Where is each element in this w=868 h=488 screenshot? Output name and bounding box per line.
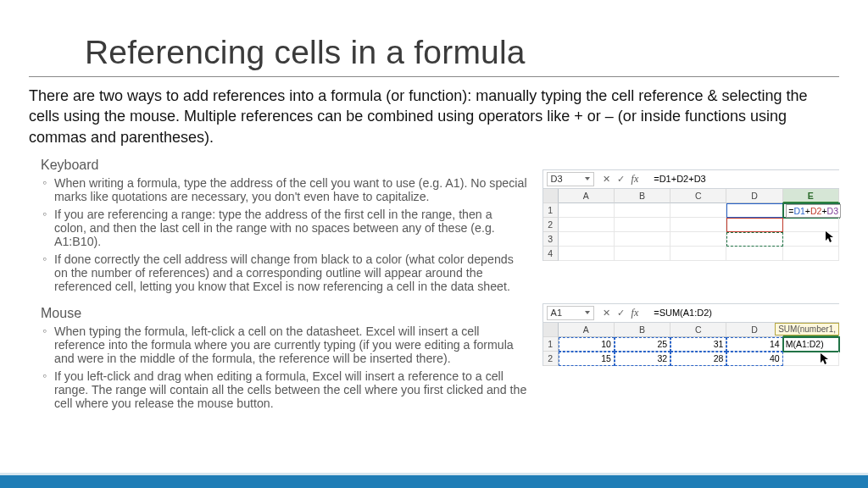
cancel-icon[interactable]: ✕ (603, 308, 610, 319)
slide-title: Referencing cells in a formula (29, 34, 839, 71)
name-box[interactable]: A1 (547, 306, 594, 320)
keyboard-bullets: When writing a formula, type the address… (41, 176, 527, 294)
formula-ref: D2 (810, 206, 821, 216)
list-item: When typing the formula, left-click a ce… (41, 324, 527, 366)
fx-icon[interactable]: fx (632, 173, 644, 186)
excel-screenshot-mouse: A1 ✕ ✓ fx =SUM(A1:D2) 1 2 (542, 303, 839, 366)
mouse-heading: Mouse (41, 306, 527, 321)
enter-icon[interactable]: ✓ (617, 308, 625, 319)
function-tooltip: SUM(number1, (775, 323, 839, 336)
left-column: Keyboard When writing a formula, type th… (29, 156, 534, 411)
cell[interactable] (670, 203, 726, 218)
keyboard-heading: Keyboard (41, 158, 527, 173)
mouse-block: Mouse When typing the formula, left-clic… (41, 306, 527, 411)
formula-bar-icons: ✕ ✓ fx (598, 173, 649, 186)
cell[interactable] (615, 203, 670, 218)
cursor-icon (826, 231, 836, 243)
excel-screenshot-keyboard: D3 ✕ ✓ fx =D1+D2+D3 1 2 3 (542, 169, 839, 261)
cell[interactable] (670, 218, 726, 232)
svg-marker-0 (826, 231, 833, 242)
cell[interactable] (670, 247, 726, 261)
chevron-down-icon (585, 177, 590, 180)
cell[interactable] (783, 218, 839, 232)
grid: 1 2 3 4 A B C D E (543, 189, 839, 261)
cell[interactable] (559, 218, 615, 232)
formula-bar-icons: ✕ ✓ fx (598, 307, 649, 319)
row-header[interactable]: 4 (543, 247, 559, 261)
column-header[interactable]: D (726, 189, 782, 203)
column-header[interactable]: A (559, 189, 615, 203)
cell[interactable] (615, 247, 670, 261)
cell[interactable] (559, 247, 615, 261)
svg-marker-1 (821, 353, 828, 364)
mouse-bullets: When typing the formula, left-click a ce… (41, 324, 527, 411)
row-header[interactable]: 3 (543, 232, 559, 247)
cell[interactable] (783, 247, 839, 261)
name-box-value: A1 (551, 307, 562, 319)
cell[interactable]: 40 (726, 352, 782, 366)
cell-editing[interactable]: M(A1:D2) (783, 337, 839, 352)
title-rule (29, 76, 839, 77)
content-columns: Keyboard When writing a formula, type th… (29, 156, 839, 411)
row-headers: 1 2 3 4 (543, 189, 559, 261)
select-all-corner[interactable] (543, 189, 559, 203)
column-header[interactable]: C (670, 323, 726, 337)
enter-icon[interactable]: ✓ (617, 174, 625, 185)
cell[interactable] (726, 247, 782, 261)
column-headers: A B C D E (559, 189, 839, 203)
intro-paragraph: There are two ways to add references int… (29, 86, 839, 147)
column-header[interactable]: A (559, 323, 615, 337)
fx-icon[interactable]: fx (632, 307, 644, 319)
cell[interactable]: 28 (670, 352, 726, 366)
row-header[interactable]: 2 (543, 218, 559, 232)
row-header[interactable]: 1 (543, 203, 559, 218)
column-header-active[interactable]: E (783, 189, 839, 203)
cell[interactable]: 25 (615, 337, 670, 352)
cell[interactable]: 31 (670, 337, 726, 352)
column-header[interactable]: C (670, 189, 726, 203)
slide-footer-bar (0, 473, 868, 488)
inline-formula-editor[interactable]: =D1+D2+D3 (786, 204, 841, 218)
cell[interactable] (615, 218, 670, 232)
row-header[interactable]: 1 (543, 337, 559, 352)
cell[interactable] (615, 232, 670, 247)
formula-input[interactable]: =D1+D2+D3 (648, 174, 839, 184)
cell[interactable]: 14 (726, 337, 782, 352)
cell[interactable]: 32 (615, 352, 670, 366)
list-item: When writing a formula, type the address… (41, 176, 527, 204)
cell[interactable] (726, 218, 782, 232)
row-headers: 1 2 (543, 323, 559, 366)
slide: Referencing cells in a formula There are… (0, 0, 868, 488)
cell[interactable] (670, 232, 726, 247)
cell[interactable]: 15 (559, 352, 615, 366)
row-header[interactable]: 2 (543, 352, 559, 366)
list-item: If you left-click and drag when editing … (41, 369, 527, 411)
name-box[interactable]: D3 (547, 172, 594, 186)
formula-ref: D1 (793, 206, 804, 216)
cancel-icon[interactable]: ✕ (603, 174, 610, 185)
column-header[interactable]: B (615, 323, 670, 337)
columns-area: A B C D E (559, 189, 839, 261)
list-item: If done correctly the cell address will … (41, 252, 527, 294)
cell[interactable] (559, 203, 615, 218)
chevron-down-icon (585, 311, 590, 314)
formula-bar: A1 ✕ ✓ fx =SUM(A1:D2) (543, 304, 839, 323)
cell[interactable] (559, 232, 615, 247)
formula-ref: D3 (827, 206, 838, 216)
cursor-icon (821, 353, 831, 365)
cell[interactable]: 10 (559, 337, 615, 352)
formula-bar: D3 ✕ ✓ fx =D1+D2+D3 (543, 170, 839, 189)
cell[interactable] (783, 352, 839, 366)
list-item: If you are referencing a range: type the… (41, 208, 527, 249)
cell[interactable] (726, 203, 782, 218)
right-column: D3 ✕ ✓ fx =D1+D2+D3 1 2 3 (534, 156, 839, 411)
select-all-corner[interactable] (543, 323, 559, 337)
cell-selected[interactable] (726, 232, 782, 247)
inline-edit-text: M(A1:D2) (786, 339, 824, 349)
column-header[interactable]: B (615, 189, 670, 203)
name-box-value: D3 (551, 173, 563, 186)
formula-input[interactable]: =SUM(A1:D2) (648, 308, 839, 318)
